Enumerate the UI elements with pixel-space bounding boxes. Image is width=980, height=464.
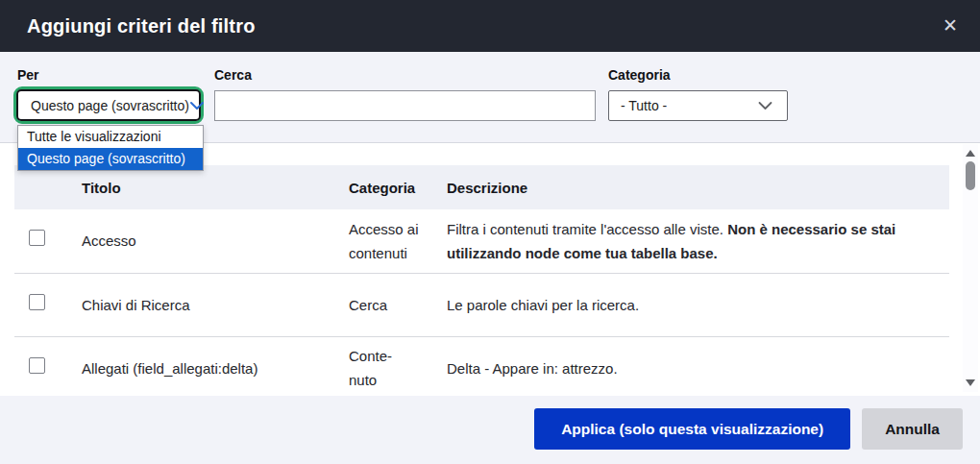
row-category: Accesso ai contenuti xyxy=(349,209,447,273)
header-title: Titolo xyxy=(82,165,349,209)
filter-table-body: Accesso Accesso ai contenuti Filtra i co… xyxy=(14,209,949,396)
cancel-button[interactable]: Annulla xyxy=(862,408,963,450)
table-row: Allegati (field_allegati:delta) Conte- n… xyxy=(14,336,949,396)
row-category: Cerca xyxy=(349,273,447,336)
category-select[interactable]: - Tutto - xyxy=(608,90,788,121)
per-label: Per xyxy=(17,67,39,83)
table-header-row: Titolo Categoria Descrizione xyxy=(14,165,949,209)
table-row: Chiavi di Ricerca Cerca Le parole chiavi… xyxy=(14,273,949,336)
row-checkbox[interactable] xyxy=(29,294,45,310)
dialog-title: Aggiungi criteri del filtro xyxy=(27,15,256,37)
row-title: Chiavi di Ricerca xyxy=(82,273,349,336)
header-checkbox-spacer xyxy=(14,165,82,209)
search-label: Cerca xyxy=(214,67,252,83)
dialog-footer: Applica (solo questa visualizzazione) An… xyxy=(0,396,980,464)
per-option-all-displays[interactable]: Tutte le visualizzazioni xyxy=(18,126,203,148)
category-select-value: - Tutto - xyxy=(621,98,667,113)
scroll-down-icon[interactable] xyxy=(966,379,975,386)
table-row: Accesso Accesso ai contenuti Filtra i co… xyxy=(14,209,949,273)
close-icon[interactable]: ✕ xyxy=(932,8,968,44)
header-category: Categoria xyxy=(349,165,447,209)
filter-criteria-table: Titolo Categoria Descrizione Accesso Acc… xyxy=(14,165,949,396)
row-category: Conte- nuto xyxy=(349,336,447,396)
chevron-down-icon xyxy=(189,99,205,112)
row-description: Delta - Appare in: attrezzo. xyxy=(447,336,949,396)
row-checkbox[interactable] xyxy=(29,357,45,374)
dialog-header: Aggiungi criteri del filtro ✕ xyxy=(0,0,980,52)
scrollbar-thumb[interactable] xyxy=(966,161,975,190)
filter-table-region: Titolo Categoria Descrizione Accesso Acc… xyxy=(0,144,980,396)
per-select[interactable]: Questo page (sovrascritto) xyxy=(16,89,201,121)
per-options-listbox: Tutte le visualizzazioni Questo page (so… xyxy=(17,125,204,171)
per-option-this-page[interactable]: Questo page (sovrascritto) xyxy=(18,148,203,170)
row-description: Filtra i contenuti tramite l'accesso all… xyxy=(447,209,949,273)
search-input[interactable] xyxy=(214,90,596,121)
scroll-up-icon[interactable] xyxy=(966,150,975,157)
row-checkbox[interactable] xyxy=(29,230,45,246)
apply-button[interactable]: Applica (solo questa visualizzazione) xyxy=(534,408,850,450)
per-select-value: Questo page (sovrascritto) xyxy=(31,98,189,113)
vertical-scrollbar[interactable] xyxy=(963,144,978,392)
add-filter-criteria-dialog: Aggiungi criteri del filtro ✕ Per Questo… xyxy=(0,0,980,464)
chevron-down-icon xyxy=(757,99,773,112)
row-title: Accesso xyxy=(82,209,349,273)
category-label: Categoria xyxy=(608,67,671,83)
per-select-focus-ring: Questo page (sovrascritto) xyxy=(13,86,204,124)
row-description: Le parole chiavi per la ricerca. xyxy=(447,273,949,336)
row-title: Allegati (field_allegati:delta) xyxy=(82,336,349,396)
header-description: Descrizione xyxy=(447,165,949,209)
